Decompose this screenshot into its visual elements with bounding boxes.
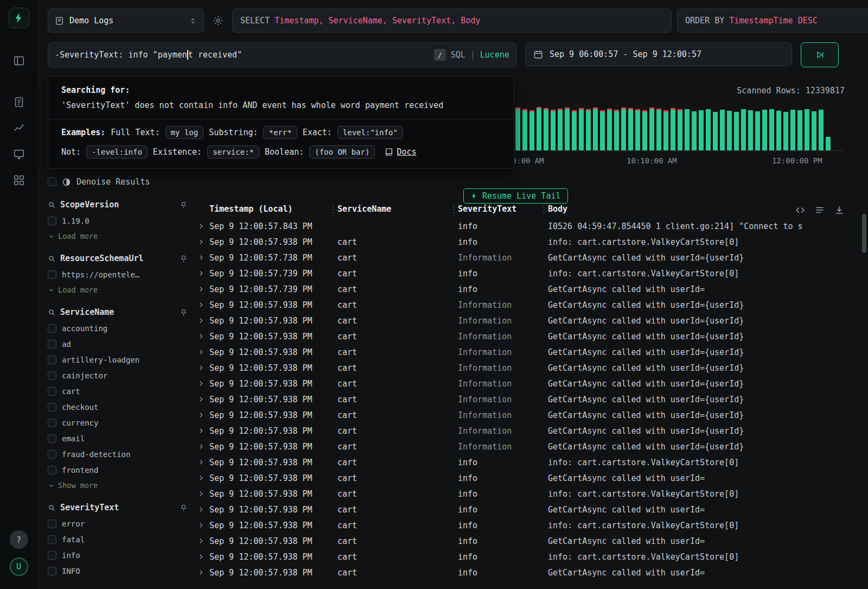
table-row[interactable]: Sep 9 12:00:57.739 PM cart info GetCartA… xyxy=(195,281,860,297)
column-header-severitytext[interactable]: ⋮SeverityText xyxy=(458,204,548,214)
histogram-bar[interactable] xyxy=(515,109,520,150)
filter-item[interactable]: artillery-loadgen xyxy=(48,356,193,364)
filter-item[interactable]: currency xyxy=(48,419,193,427)
run-query-button[interactable] xyxy=(801,42,839,67)
expand-row-icon[interactable] xyxy=(195,396,209,403)
expand-row-icon[interactable] xyxy=(195,522,209,529)
table-row[interactable]: Sep 9 12:00:57.938 PM cart info info: ca… xyxy=(195,454,860,470)
filter-section-title[interactable]: ServiceName xyxy=(60,307,114,317)
histogram-bar[interactable] xyxy=(769,109,774,150)
expand-row-icon[interactable] xyxy=(195,286,209,293)
expand-row-icon[interactable] xyxy=(195,553,209,560)
histogram-bar[interactable] xyxy=(614,111,619,150)
expand-row-icon[interactable] xyxy=(195,474,209,482)
scrollbar-thumb[interactable] xyxy=(862,214,866,253)
histogram-bar[interactable] xyxy=(529,112,534,150)
time-range-picker[interactable]: Sep 9 06:00:57 - Sep 9 12:00:57 xyxy=(525,42,792,66)
search-input[interactable]: -SeverityText: info "payment received" /… xyxy=(48,42,516,67)
settings-gear-icon[interactable] xyxy=(209,10,227,31)
checkbox[interactable] xyxy=(48,217,56,225)
histogram-bar[interactable] xyxy=(572,112,577,150)
example-chip[interactable]: (foo OR bar) xyxy=(309,145,375,159)
checkbox[interactable] xyxy=(48,520,56,528)
expand-row-icon[interactable] xyxy=(195,364,209,371)
checkbox[interactable] xyxy=(48,340,56,349)
filter-more[interactable]: Show more xyxy=(48,481,193,490)
histogram-bar[interactable] xyxy=(741,109,746,150)
order-by-input[interactable]: ORDER BY TimestampTime DESC xyxy=(677,9,868,33)
table-row[interactable]: Sep 9 12:00:57.938 PM cart Information G… xyxy=(195,391,860,407)
table-row[interactable]: Sep 9 12:00:57.938 PM cart info GetCartA… xyxy=(195,565,860,580)
checkbox[interactable] xyxy=(48,535,56,544)
expand-row-icon[interactable] xyxy=(195,270,209,277)
filter-item[interactable]: INFO xyxy=(48,567,193,575)
user-avatar[interactable]: U xyxy=(10,558,28,576)
checkbox[interactable] xyxy=(48,178,56,186)
histogram-bar[interactable] xyxy=(579,110,584,150)
histogram-bar[interactable] xyxy=(635,111,640,150)
download-icon[interactable] xyxy=(834,205,844,215)
histogram-bar[interactable] xyxy=(663,112,668,150)
checkbox[interactable] xyxy=(48,419,56,427)
sessions-nav-icon[interactable] xyxy=(8,143,30,165)
filter-item[interactable]: error xyxy=(48,520,193,528)
table-row[interactable]: Sep 9 12:00:57.843 PM info I0526 04:59:4… xyxy=(195,218,860,234)
filter-item[interactable]: fraud-detection xyxy=(48,450,193,459)
histogram-bar[interactable] xyxy=(551,111,556,150)
table-row[interactable]: Sep 9 12:00:57.938 PM cart info GetCartA… xyxy=(195,470,860,486)
expand-row-icon[interactable] xyxy=(195,411,209,419)
histogram-bar[interactable] xyxy=(699,110,704,150)
checkbox[interactable] xyxy=(48,371,56,380)
histogram-bar[interactable] xyxy=(537,109,541,150)
histogram-bar[interactable] xyxy=(671,110,675,150)
table-row[interactable]: Sep 9 12:00:57.938 PM cart info info: ca… xyxy=(195,549,860,565)
resume-live-tail-button[interactable]: Resume Live Tail xyxy=(463,188,568,204)
table-row[interactable]: Sep 9 12:00:57.938 PM cart info info: ca… xyxy=(195,486,860,502)
help-button[interactable]: ? xyxy=(10,530,28,549)
table-row[interactable]: Sep 9 12:00:57.938 PM cart Information G… xyxy=(195,407,860,423)
table-row[interactable]: Sep 9 12:00:57.938 PM cart info info: ca… xyxy=(195,234,860,250)
filter-item[interactable]: info xyxy=(48,551,193,560)
lang-toggle-sql[interactable]: SQL xyxy=(451,50,465,60)
chart-nav-icon[interactable] xyxy=(8,117,30,139)
filter-section-title[interactable]: ResourceSchemaUrl xyxy=(60,254,144,263)
histogram-bar[interactable] xyxy=(734,112,739,150)
histogram-bar[interactable] xyxy=(522,111,527,150)
expand-row-icon[interactable] xyxy=(195,490,209,497)
histogram-bar[interactable] xyxy=(805,109,809,150)
expand-row-icon[interactable] xyxy=(195,443,209,450)
histogram-bar[interactable] xyxy=(607,110,612,150)
table-row[interactable]: Sep 9 12:00:57.938 PM cart Information G… xyxy=(195,439,860,454)
filter-section-title[interactable]: ScopeVersion xyxy=(60,200,119,210)
column-resize-handle[interactable]: ⋮ xyxy=(540,205,548,214)
pin-icon[interactable] xyxy=(180,504,188,512)
expand-row-icon[interactable] xyxy=(195,333,209,340)
app-logo[interactable] xyxy=(9,8,29,28)
column-header-servicename[interactable]: ⋮ServiceName xyxy=(337,204,458,214)
filter-more[interactable]: Load more xyxy=(48,232,193,240)
source-selector[interactable]: Demo Logs xyxy=(48,9,204,33)
histogram-bar[interactable] xyxy=(678,111,682,150)
column-resize-handle[interactable]: ⋮ xyxy=(329,205,337,214)
select-columns-input[interactable]: SELECT Timestamp, ServiceName, SeverityT… xyxy=(232,9,672,33)
checkbox[interactable] xyxy=(48,403,56,411)
histogram-bar[interactable] xyxy=(812,111,816,150)
histogram-bar[interactable] xyxy=(628,110,633,150)
histogram-bar[interactable] xyxy=(621,109,626,150)
filter-item[interactable]: fatal xyxy=(48,535,193,544)
docs-link[interactable]: Docs xyxy=(385,147,416,157)
checkbox[interactable] xyxy=(48,387,56,396)
pin-icon[interactable] xyxy=(180,308,188,316)
histogram-bar[interactable] xyxy=(558,110,563,150)
checkbox[interactable] xyxy=(48,324,56,333)
filter-item[interactable]: email xyxy=(48,434,193,443)
example-chip[interactable]: my log xyxy=(165,126,204,139)
expand-row-icon[interactable] xyxy=(195,459,209,466)
histogram-bar[interactable] xyxy=(776,111,781,150)
filter-item[interactable]: cart xyxy=(48,387,193,396)
checkbox[interactable] xyxy=(48,466,56,474)
filter-more[interactable]: Load more xyxy=(48,286,193,294)
histogram-bar[interactable] xyxy=(593,109,598,150)
pin-icon[interactable] xyxy=(180,255,188,263)
expand-row-icon[interactable] xyxy=(195,301,209,308)
